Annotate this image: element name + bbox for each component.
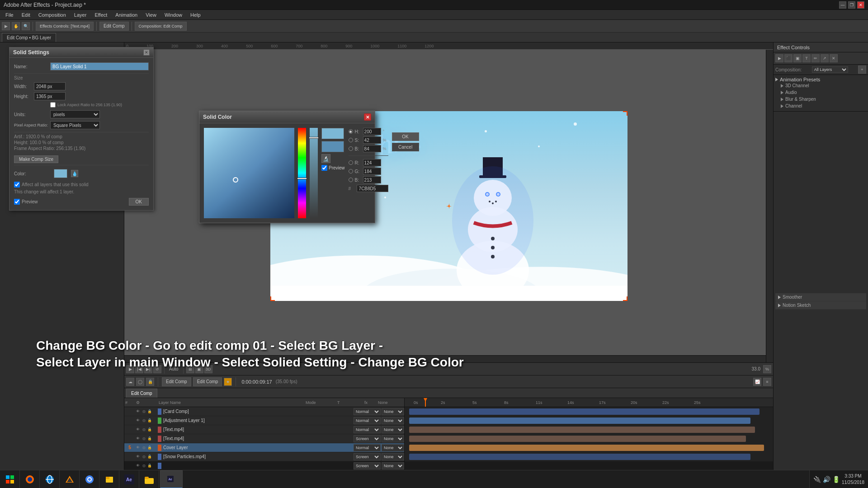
- menu-window[interactable]: Window: [161, 11, 186, 19]
- hue-slider-container[interactable]: [298, 128, 306, 218]
- layer-1-solo[interactable]: ◎: [141, 409, 146, 414]
- layer-row-1[interactable]: 👁 ◎ 🔒 [Card Comp] Normal None: [124, 407, 404, 416]
- layer-2-vis[interactable]: 👁: [135, 418, 141, 423]
- edit-comp-tab-top[interactable]: Edit Comp: [99, 22, 129, 31]
- layer-3-vis[interactable]: 👁: [135, 427, 141, 432]
- eyedropper-dialog-button[interactable]: 🔬: [321, 154, 330, 163]
- menu-help[interactable]: Help: [187, 11, 204, 19]
- menu-effect[interactable]: Effect: [91, 11, 111, 19]
- layer-1-matte[interactable]: None: [382, 408, 404, 415]
- menu-animation[interactable]: Animation: [112, 11, 141, 19]
- tl-graph-editor[interactable]: 📈: [753, 378, 761, 386]
- color-swatch[interactable]: [54, 169, 67, 178]
- battery-icon[interactable]: 🔋: [832, 476, 840, 483]
- edit-comp-timeline-btn[interactable]: Edit Comp: [162, 377, 191, 386]
- solid-color-cancel-button[interactable]: Cancel: [392, 143, 419, 151]
- menu-edit[interactable]: Edit: [18, 11, 34, 19]
- layer-3-matte[interactable]: None: [382, 426, 404, 433]
- hsb-s-radio[interactable]: [349, 138, 353, 142]
- animation-presets-header[interactable]: Animation Presets: [775, 77, 866, 82]
- tl-flag[interactable]: ★: [224, 378, 232, 386]
- layer-4-solo[interactable]: ◎: [141, 436, 146, 441]
- rgb-r-radio[interactable]: [349, 160, 353, 165]
- edit-comp-timeline-btn2[interactable]: Edit Comp: [193, 377, 222, 386]
- tl-solo[interactable]: ◯: [136, 378, 144, 386]
- make-comp-size-button[interactable]: Make Comp Size: [14, 155, 58, 163]
- preset-blur-sharpen[interactable]: Blur & Sharpen: [775, 96, 866, 103]
- layer-5-matte[interactable]: None: [382, 444, 404, 451]
- layer-row-2[interactable]: 👁 ◎ 🔒 [Adjustment Layer 1] Normal None: [124, 416, 404, 425]
- hsb-b-radio[interactable]: [349, 146, 353, 151]
- layer-row-6[interactable]: 👁 ◎ 🔒 [Snow Particles.mp4] Screen None: [124, 452, 404, 461]
- preview-checkbox[interactable]: [14, 199, 20, 205]
- tool-hand[interactable]: ✋: [12, 22, 20, 30]
- tab-edit-comp-timeline[interactable]: Edit Comp: [126, 389, 157, 398]
- layer-6-mode[interactable]: Screen: [354, 453, 381, 460]
- layer-2-matte[interactable]: None: [382, 417, 404, 424]
- restore-button[interactable]: ❐: [848, 1, 855, 9]
- playhead[interactable]: [425, 398, 426, 407]
- hex-input[interactable]: [357, 185, 388, 192]
- tl-lock[interactable]: 🔒: [146, 378, 154, 386]
- menu-file[interactable]: File: [2, 11, 17, 19]
- layer-5-solo[interactable]: ◎: [141, 445, 146, 450]
- preview-check-input[interactable]: [321, 165, 327, 171]
- tl-columns[interactable]: ≡: [763, 378, 771, 386]
- layer-6-lock[interactable]: 🔒: [147, 454, 152, 460]
- new-group-btn[interactable]: +: [858, 66, 866, 74]
- layer-5-vis[interactable]: 👁: [135, 445, 141, 450]
- menu-composition[interactable]: Composition: [35, 11, 70, 19]
- tool-arrow[interactable]: ▶: [2, 22, 10, 30]
- hsb-h-input[interactable]: [363, 128, 381, 135]
- rgb-g-radio[interactable]: [349, 169, 353, 174]
- layer-1-vis[interactable]: 👁: [135, 409, 141, 414]
- composition-select[interactable]: All Layers: [812, 66, 848, 73]
- minimize-button[interactable]: —: [839, 1, 846, 9]
- hsb-h-radio[interactable]: [349, 129, 353, 134]
- layer-3-lock[interactable]: 🔒: [147, 427, 152, 432]
- start-button[interactable]: [0, 470, 20, 488]
- pixel-aspect-select[interactable]: Square Pixels: [50, 121, 100, 129]
- menu-view[interactable]: View: [142, 11, 160, 19]
- layer-1-lock[interactable]: 🔒: [147, 409, 152, 414]
- smoother-header[interactable]: Smoother: [775, 293, 866, 301]
- solid-color-close[interactable]: ✕: [364, 113, 371, 121]
- layer-7-lock[interactable]: 🔒: [147, 463, 152, 469]
- effects-icon-4[interactable]: T: [802, 54, 811, 62]
- composition-edit-comp-tab[interactable]: Composition: Edit Comp: [135, 22, 187, 31]
- notion-sketch-header[interactable]: Notion Sketch: [775, 301, 866, 310]
- layer-2-mode[interactable]: Normal: [354, 417, 381, 424]
- effects-controls-tab[interactable]: Effects Controls: [Text.mp4]: [36, 22, 94, 31]
- lock-aspect-checkbox[interactable]: [50, 102, 56, 108]
- affect-layers-checkbox[interactable]: [14, 182, 20, 188]
- effects-icon-6[interactable]: ↗: [821, 54, 829, 62]
- layer-7-mode[interactable]: Screen: [354, 462, 381, 469]
- rgb-r-input[interactable]: [363, 159, 381, 166]
- vlc-icon[interactable]: [60, 470, 80, 488]
- ie-icon[interactable]: [40, 470, 60, 488]
- height-input[interactable]: [34, 92, 66, 100]
- solid-settings-ok-button[interactable]: OK: [129, 198, 149, 206]
- layer-4-vis[interactable]: 👁: [135, 436, 141, 441]
- close-button[interactable]: ✕: [857, 1, 864, 9]
- layer-4-mode[interactable]: Screen: [354, 435, 381, 442]
- firefox-icon[interactable]: [20, 470, 40, 488]
- hsb-s-input[interactable]: [363, 136, 381, 144]
- layer-row-7[interactable]: 👁 ◎ 🔒 Screen None: [124, 461, 404, 470]
- layer-5-lock[interactable]: 🔒: [147, 445, 152, 450]
- effects-icon-7[interactable]: ✕: [830, 54, 838, 62]
- effects-icon-1[interactable]: ▶: [775, 54, 783, 62]
- preset-channel[interactable]: Channel: [775, 103, 866, 109]
- solid-color-ok-button[interactable]: OK: [392, 132, 419, 141]
- alpha-slider-container[interactable]: [310, 128, 318, 218]
- folder-icon[interactable]: [139, 470, 159, 488]
- layer-row-4[interactable]: 👁 ◎ 🔒 [Text.mp4] Screen None: [124, 434, 404, 443]
- layer-5-mode[interactable]: Normal: [354, 444, 381, 451]
- layer-1-mode[interactable]: Normal: [354, 408, 381, 415]
- width-input[interactable]: [34, 82, 66, 90]
- layer-row-5[interactable]: 5 👁 ◎ 🔒 Cover Layer Normal None: [124, 443, 404, 452]
- preset-audio[interactable]: Audio: [775, 89, 866, 96]
- layer-4-matte[interactable]: None: [382, 435, 404, 442]
- menu-layer[interactable]: Layer: [71, 11, 90, 19]
- effects-icon-3[interactable]: ▣: [793, 54, 802, 62]
